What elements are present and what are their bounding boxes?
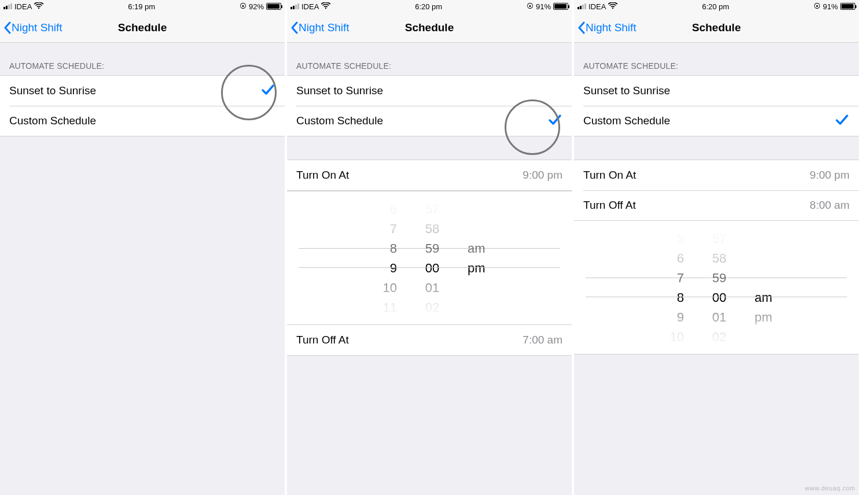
schedule-options-list: Sunset to Sunrise Custom Schedule — [287, 75, 572, 136]
signal-icon — [3, 3, 12, 9]
wifi-icon — [34, 2, 43, 11]
carrier-label: IDEA — [301, 2, 319, 11]
chevron-left-icon — [578, 21, 586, 34]
turn-on-at-row[interactable]: Turn On At 9:00 pm — [574, 160, 859, 190]
option-sunset-to-sunrise[interactable]: Sunset to Sunrise — [574, 76, 859, 106]
signal-icon — [290, 3, 299, 9]
wifi-icon — [608, 2, 617, 11]
status-bar: IDEA 6:20 pm ⦿ 91% — [574, 0, 859, 13]
row-value: 9:00 pm — [523, 169, 562, 182]
row-label: Turn On At — [296, 169, 349, 182]
carrier-label: IDEA — [589, 2, 606, 11]
section-header: AUTOMATE SCHEDULE: — [287, 43, 572, 75]
watermark: www.deuaq.com — [805, 485, 855, 492]
svg-point-0 — [38, 7, 39, 8]
alarm-icon: ⦿ — [814, 2, 821, 10]
back-label: Night Shift — [586, 21, 637, 34]
nav-bar: Night Shift Schedule — [0, 13, 285, 43]
section-header: AUTOMATE SCHEDULE: — [0, 43, 285, 75]
wifi-icon — [321, 2, 330, 11]
screen-2: IDEA 6:20 pm ⦿ 91% Night Shift Schedule … — [287, 0, 574, 495]
status-time: 6:20 pm — [702, 2, 729, 11]
option-custom-schedule[interactable]: Custom Schedule — [0, 106, 285, 136]
option-sunset-to-sunrise[interactable]: Sunset to Sunrise — [0, 76, 285, 106]
nav-bar: Night Shift Schedule — [287, 13, 572, 43]
back-button[interactable]: Night Shift — [0, 21, 62, 34]
alarm-icon: ⦿ — [527, 2, 534, 10]
carrier-label: IDEA — [14, 2, 32, 11]
schedule-options-list: Sunset to Sunrise Custom Schedule — [574, 75, 859, 136]
row-value: 8:00 am — [810, 199, 849, 212]
checkmark-icon — [260, 82, 275, 100]
row-label: Turn On At — [583, 169, 636, 182]
time-picker[interactable]: 5 6 7 8 9 10 11 57 58 59 00 01 02 — [574, 221, 859, 354]
signal-icon — [578, 3, 586, 9]
turn-on-at-row[interactable]: Turn On At 9:00 pm — [287, 160, 572, 190]
battery-pct: 92% — [249, 2, 264, 11]
checkmark-icon — [834, 112, 849, 130]
content: AUTOMATE SCHEDULE: Sunset to Sunrise Cus… — [574, 43, 859, 495]
turn-off-at-row[interactable]: Turn Off At 7:00 am — [287, 325, 572, 355]
row-label: Turn Off At — [583, 199, 636, 212]
checkmark-icon — [547, 112, 562, 130]
turn-off-group: Turn Off At 7:00 am — [287, 325, 572, 356]
option-label: Sunset to Sunrise — [583, 84, 670, 97]
status-bar: IDEA 6:20 pm ⦿ 91% — [287, 0, 572, 13]
option-custom-schedule[interactable]: Custom Schedule — [574, 106, 859, 136]
row-label: Turn Off At — [296, 334, 349, 346]
screen-1: IDEA 6:19 pm ⦿ 92% Night Shift Schedule … — [0, 0, 287, 495]
time-picker[interactable]: 6 7 8 9 10 11 12 57 58 59 00 01 02 — [287, 191, 572, 325]
back-button[interactable]: Night Shift — [574, 21, 637, 34]
alarm-icon: ⦿ — [240, 2, 247, 10]
option-label: Custom Schedule — [583, 114, 670, 127]
time-rows-group: Turn On At 9:00 pm Turn Off At 8:00 am — [574, 160, 859, 221]
back-label: Night Shift — [12, 21, 62, 34]
status-time: 6:20 pm — [415, 2, 442, 11]
turn-on-group: Turn On At 9:00 pm — [287, 160, 572, 191]
battery-icon — [553, 3, 568, 10]
turn-off-at-row[interactable]: Turn Off At 8:00 am — [574, 190, 859, 220]
battery-icon — [266, 3, 281, 10]
row-value: 9:00 pm — [810, 169, 849, 182]
svg-point-1 — [325, 7, 326, 8]
screen-3: IDEA 6:20 pm ⦿ 91% Night Shift Schedule … — [574, 0, 861, 495]
option-label: Sunset to Sunrise — [296, 84, 383, 97]
content: AUTOMATE SCHEDULE: Sunset to Sunrise Cus… — [287, 43, 572, 495]
option-custom-schedule[interactable]: Custom Schedule — [287, 106, 572, 136]
section-header: AUTOMATE SCHEDULE: — [574, 43, 859, 75]
status-bar: IDEA 6:19 pm ⦿ 92% — [0, 0, 285, 13]
content: AUTOMATE SCHEDULE: Sunset to Sunrise Cus… — [0, 43, 285, 495]
battery-icon — [840, 3, 855, 10]
battery-pct: 91% — [536, 2, 551, 11]
svg-point-2 — [612, 7, 613, 8]
chevron-left-icon — [3, 21, 12, 34]
battery-pct: 91% — [823, 2, 838, 11]
back-button[interactable]: Night Shift — [287, 21, 350, 34]
option-label: Custom Schedule — [9, 114, 96, 127]
back-label: Night Shift — [299, 21, 350, 34]
option-label: Sunset to Sunrise — [9, 84, 96, 97]
nav-bar: Night Shift Schedule — [574, 13, 859, 43]
option-label: Custom Schedule — [296, 114, 383, 127]
status-time: 6:19 pm — [128, 2, 155, 11]
option-sunset-to-sunrise[interactable]: Sunset to Sunrise — [287, 76, 572, 106]
schedule-options-list: Sunset to Sunrise Custom Schedule — [0, 75, 285, 136]
chevron-left-icon — [290, 21, 299, 34]
row-value: 7:00 am — [523, 334, 562, 346]
